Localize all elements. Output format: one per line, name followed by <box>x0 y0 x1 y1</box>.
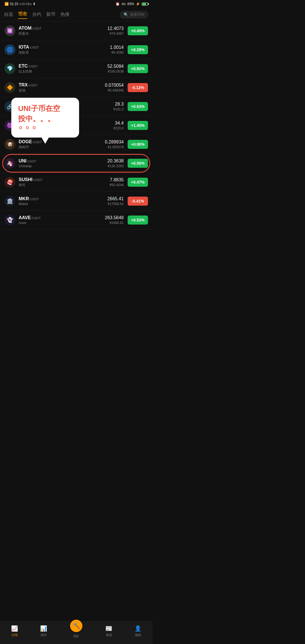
bubble-dot-1 <box>19 126 22 129</box>
doge-price: 0.289934 ¥1.855578 <box>105 140 124 149</box>
tab-biши[interactable]: 币市 <box>18 10 27 19</box>
sushi-cn: 寿司 <box>19 183 110 188</box>
coin-row-aave[interactable]: 👻 AAVE/USDT Aave 263.5648 ¥1686.81 +0.53… <box>0 211 152 230</box>
battery-indicator <box>142 3 148 6</box>
uni-name: UNI/USDT <box>19 158 107 164</box>
doge-icon: 🐶 <box>5 139 15 150</box>
aave-change: +0.53% <box>128 216 148 225</box>
iota-price: 1.0014 ¥6.4090 <box>110 45 124 55</box>
atom-name: ATOM/USDT <box>19 26 107 31</box>
coin-row-uni[interactable]: 🦄 UNI/USDT Uniswap 20.3638 ¥130.3283 +0.… <box>0 154 152 173</box>
trx-name: TRX/USDT <box>19 82 105 88</box>
iota-name: IOTA/USDT <box>19 45 110 50</box>
trx-price: 0.070054 ¥0.448346 <box>105 83 124 92</box>
status-left: 📶 01:15 4.00 KB/s ⬇ <box>5 2 36 6</box>
sushi-icon: 🍣 <box>5 177 15 188</box>
mkr-price: 2665.41 ¥17058.62 <box>107 196 124 206</box>
aave-cn: Aave <box>19 221 105 225</box>
aave-name: AAVE/USDT <box>19 215 105 220</box>
uni-change: +0.56% <box>128 159 148 168</box>
etc-icon: 💎 <box>5 63 15 74</box>
coin-row-mkr[interactable]: 🏛️ MKR/USDT Maker 2665.41 ¥17058.62 -0.4… <box>0 192 152 211</box>
coin-row-sushi[interactable]: 🍣 SUSHI/USDT 寿司 7.8835 ¥50.4544 +0.47% <box>0 173 152 192</box>
alarm-icon: ⏰ <box>116 2 120 6</box>
atom-icon: ⚛️ <box>5 25 15 36</box>
search-placeholder: 搜索币种 <box>130 12 145 17</box>
uni-info: UNI/USDT Uniswap <box>19 158 107 168</box>
sushi-price: 7.8835 ¥50.4544 <box>110 177 124 187</box>
uni-cn: Uniswap <box>19 164 107 168</box>
doge-info: DOGE/USDT 狗狗币 <box>19 139 105 150</box>
mkr-name: MKR/USDT <box>19 196 107 201</box>
bolt-icon: ⚡ <box>136 2 140 6</box>
etc-name: ETC/USDT <box>19 64 107 69</box>
coin-row-doge[interactable]: 🐶 DOGE/USDT 狗狗币 0.289934 ¥1.855578 +0.90… <box>0 135 152 154</box>
bubble-text: UNI子币在空投中。。。 <box>18 103 72 124</box>
iota-icon: 🌀 <box>5 44 15 55</box>
doge-cn: 狗狗币 <box>19 145 105 150</box>
coin-list: ⚛️ ATOM/USDT 阿童木 12.4073 ¥79.4067 +0.45%… <box>0 21 152 230</box>
search-box[interactable]: 🔍 搜索币种 <box>120 11 149 19</box>
uni-price: 20.3638 ¥130.3283 <box>107 158 124 168</box>
signal-icon: 📶 <box>5 2 9 6</box>
uni-icon: 🦄 <box>5 158 15 169</box>
trx-info: TRX/USDT 波场 <box>19 82 105 93</box>
bubble-dot-2 <box>26 126 29 129</box>
sushi-info: SUSHI/USDT 寿司 <box>19 177 110 188</box>
aave-icon: 👻 <box>5 215 15 225</box>
atom-change: +0.45% <box>128 26 148 35</box>
coin-row-trx[interactable]: 🔶 TRX/USDT 波场 0.070054 ¥0.448346 -0.12% <box>0 78 152 97</box>
nav-tabs: 自选 币市 合约 新币 热搜 🔍 搜索币种 <box>0 8 152 21</box>
bubble-dots <box>18 126 72 129</box>
mkr-cn: Maker <box>19 202 107 206</box>
coin-row-iota[interactable]: 🌀 IOTA/USDT 埃欧塔 1.0014 ¥6.4090 +0.29% <box>0 40 152 59</box>
tab-xinbi[interactable]: 新币 <box>46 10 55 19</box>
battery-percent: 65% <box>127 2 134 6</box>
link-price: 28.3 ¥181.2 <box>113 102 124 111</box>
bubble-dot-3 <box>33 126 36 129</box>
trx-icon: 🔶 <box>5 82 15 93</box>
status-right: ⏰ 4G 65% ⚡ <box>116 2 148 6</box>
status-bar: 📶 01:15 4.00 KB/s ⬇ ⏰ 4G 65% ⚡ <box>0 0 152 8</box>
dot-change: +1.40% <box>128 121 148 130</box>
coin-row-atom[interactable]: ⚛️ ATOM/USDT 阿童木 12.4073 ¥79.4067 +0.45% <box>0 21 152 40</box>
speech-bubble: UNI子币在空投中。。。 <box>11 98 79 138</box>
network-type: 4G <box>121 2 126 6</box>
iota-cn: 埃欧塔 <box>19 50 110 55</box>
mkr-info: MKR/USDT Maker <box>19 196 107 206</box>
atom-info: ATOM/USDT 阿童木 <box>19 26 107 36</box>
search-icon: 🔍 <box>124 12 128 17</box>
etc-price: 52.5084 ¥336.0538 <box>107 64 124 73</box>
data-speed: 4.00 KB/s <box>19 3 32 6</box>
iota-change: +0.29% <box>128 45 148 54</box>
etc-cn: 以太经典 <box>19 69 107 74</box>
trx-change: -0.12% <box>128 83 148 92</box>
tab-zixuan[interactable]: 自选 <box>4 10 13 19</box>
atom-price: 12.4073 ¥79.4067 <box>107 26 124 36</box>
link-change: +0.63% <box>128 102 148 111</box>
mkr-change: -0.41% <box>128 197 148 206</box>
doge-change: +0.90% <box>128 140 148 149</box>
sushi-name: SUSHI/USDT <box>19 177 110 182</box>
coin-row-etc[interactable]: 💎 ETC/USDT 以太经典 52.5084 ¥336.0538 +0.92% <box>0 59 152 78</box>
dot-price: 34.4 ¥220.0 <box>113 121 124 130</box>
aave-price: 263.5648 ¥1686.81 <box>105 215 124 225</box>
doge-name: DOGE/USDT <box>19 139 105 144</box>
etc-change: +0.92% <box>128 64 148 73</box>
trx-cn: 波场 <box>19 88 105 93</box>
iota-info: IOTA/USDT 埃欧塔 <box>19 45 110 55</box>
sushi-change: +0.47% <box>128 178 148 187</box>
tab-heyue[interactable]: 合约 <box>32 10 41 19</box>
atom-cn: 阿童木 <box>19 31 107 36</box>
aave-info: AAVE/USDT Aave <box>19 215 105 225</box>
download-icon: ⬇ <box>33 2 36 6</box>
time: 01:15 <box>10 2 18 6</box>
tab-resou[interactable]: 热搜 <box>60 10 69 19</box>
etc-info: ETC/USDT 以太经典 <box>19 64 107 74</box>
mkr-icon: 🏛️ <box>5 196 15 206</box>
